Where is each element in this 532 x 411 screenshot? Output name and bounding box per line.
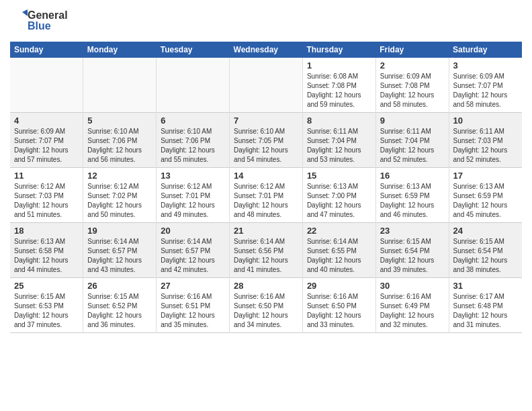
day-info: Sunrise: 6:09 AMSunset: 7:07 PMDaylight:… <box>14 127 79 165</box>
calendar-body: 1Sunrise: 6:08 AMSunset: 7:08 PMDaylight… <box>10 58 522 333</box>
weekday-header-wednesday: Wednesday <box>230 42 303 58</box>
calendar-cell: 14Sunrise: 6:12 AMSunset: 7:01 PMDayligh… <box>230 168 303 223</box>
calendar-cell: 19Sunrise: 6:14 AMSunset: 6:57 PMDayligh… <box>83 223 157 278</box>
calendar-cell <box>230 58 303 113</box>
calendar-cell: 13Sunrise: 6:12 AMSunset: 7:01 PMDayligh… <box>157 168 230 223</box>
calendar-cell: 9Sunrise: 6:11 AMSunset: 7:04 PMDaylight… <box>375 113 449 168</box>
calendar-week-4: 18Sunrise: 6:13 AMSunset: 6:58 PMDayligh… <box>10 223 522 278</box>
day-info: Sunrise: 6:15 AMSunset: 6:52 PMDaylight:… <box>87 292 152 330</box>
calendar-cell: 30Sunrise: 6:16 AMSunset: 6:49 PMDayligh… <box>375 278 449 333</box>
svg-text:General: General <box>28 9 68 21</box>
logo-svg: GeneralBlue <box>10 7 71 36</box>
day-number: 22 <box>307 226 371 236</box>
day-info: Sunrise: 6:13 AMSunset: 6:59 PMDaylight:… <box>380 182 445 220</box>
day-info: Sunrise: 6:09 AMSunset: 7:07 PMDaylight:… <box>453 72 518 109</box>
day-number: 24 <box>453 226 518 236</box>
day-number: 23 <box>380 226 445 236</box>
calendar-cell: 31Sunrise: 6:17 AMSunset: 6:48 PMDayligh… <box>449 278 522 333</box>
calendar-cell: 6Sunrise: 6:10 AMSunset: 7:06 PMDaylight… <box>157 113 230 168</box>
calendar-cell: 12Sunrise: 6:12 AMSunset: 7:02 PMDayligh… <box>83 168 157 223</box>
day-number: 1 <box>307 60 371 71</box>
calendar-header: SundayMondayTuesdayWednesdayThursdayFrid… <box>10 42 522 58</box>
day-info: Sunrise: 6:15 AMSunset: 6:54 PMDaylight:… <box>380 237 445 275</box>
day-number: 27 <box>161 281 225 291</box>
calendar-cell: 21Sunrise: 6:14 AMSunset: 6:56 PMDayligh… <box>230 223 303 278</box>
calendar-cell: 17Sunrise: 6:13 AMSunset: 6:59 PMDayligh… <box>449 168 522 223</box>
calendar-week-1: 1Sunrise: 6:08 AMSunset: 7:08 PMDaylight… <box>10 58 522 113</box>
calendar-cell: 3Sunrise: 6:09 AMSunset: 7:07 PMDaylight… <box>449 58 522 113</box>
calendar-cell: 27Sunrise: 6:16 AMSunset: 6:51 PMDayligh… <box>157 278 230 333</box>
day-info: Sunrise: 6:14 AMSunset: 6:57 PMDaylight:… <box>87 237 152 275</box>
day-info: Sunrise: 6:13 AMSunset: 6:59 PMDaylight:… <box>453 182 518 220</box>
day-number: 18 <box>14 226 79 236</box>
day-number: 14 <box>234 171 298 181</box>
day-info: Sunrise: 6:13 AMSunset: 6:58 PMDaylight:… <box>14 237 79 275</box>
logo: GeneralBlue <box>10 7 71 36</box>
day-info: Sunrise: 6:10 AMSunset: 7:06 PMDaylight:… <box>87 127 152 165</box>
calendar-cell: 15Sunrise: 6:13 AMSunset: 7:00 PMDayligh… <box>302 168 375 223</box>
day-info: Sunrise: 6:16 AMSunset: 6:51 PMDaylight:… <box>161 292 225 330</box>
day-info: Sunrise: 6:10 AMSunset: 7:05 PMDaylight:… <box>234 127 298 165</box>
calendar-cell: 10Sunrise: 6:11 AMSunset: 7:03 PMDayligh… <box>449 113 522 168</box>
day-number: 5 <box>87 116 152 126</box>
day-info: Sunrise: 6:14 AMSunset: 6:57 PMDaylight:… <box>161 237 225 275</box>
calendar-cell: 8Sunrise: 6:11 AMSunset: 7:04 PMDaylight… <box>302 113 375 168</box>
day-number: 25 <box>14 281 79 291</box>
calendar-cell: 29Sunrise: 6:16 AMSunset: 6:50 PMDayligh… <box>302 278 375 333</box>
calendar-cell: 5Sunrise: 6:10 AMSunset: 7:06 PMDaylight… <box>83 113 157 168</box>
day-number: 15 <box>307 171 371 181</box>
day-number: 19 <box>87 226 152 236</box>
day-number: 6 <box>161 116 225 126</box>
weekday-header-monday: Monday <box>83 42 157 58</box>
day-info: Sunrise: 6:17 AMSunset: 6:48 PMDaylight:… <box>453 292 518 330</box>
day-info: Sunrise: 6:11 AMSunset: 7:03 PMDaylight:… <box>453 127 518 165</box>
calendar-cell: 16Sunrise: 6:13 AMSunset: 6:59 PMDayligh… <box>375 168 449 223</box>
day-number: 12 <box>87 171 152 181</box>
day-info: Sunrise: 6:13 AMSunset: 7:00 PMDaylight:… <box>307 182 371 220</box>
day-info: Sunrise: 6:09 AMSunset: 7:08 PMDaylight:… <box>380 72 445 109</box>
calendar-cell: 22Sunrise: 6:14 AMSunset: 6:55 PMDayligh… <box>302 223 375 278</box>
calendar-cell <box>10 58 83 113</box>
day-number: 20 <box>161 226 225 236</box>
day-info: Sunrise: 6:11 AMSunset: 7:04 PMDaylight:… <box>380 127 445 165</box>
calendar-week-3: 11Sunrise: 6:12 AMSunset: 7:03 PMDayligh… <box>10 168 522 223</box>
day-number: 17 <box>453 171 518 181</box>
day-number: 16 <box>380 171 445 181</box>
calendar-cell: 23Sunrise: 6:15 AMSunset: 6:54 PMDayligh… <box>375 223 449 278</box>
calendar-cell: 1Sunrise: 6:08 AMSunset: 7:08 PMDaylight… <box>302 58 375 113</box>
day-info: Sunrise: 6:16 AMSunset: 6:50 PMDaylight:… <box>234 292 298 330</box>
calendar-cell: 26Sunrise: 6:15 AMSunset: 6:52 PMDayligh… <box>83 278 157 333</box>
calendar-cell: 24Sunrise: 6:15 AMSunset: 6:54 PMDayligh… <box>449 223 522 278</box>
weekday-header-sunday: Sunday <box>10 42 83 58</box>
calendar-cell: 7Sunrise: 6:10 AMSunset: 7:05 PMDaylight… <box>230 113 303 168</box>
day-info: Sunrise: 6:11 AMSunset: 7:04 PMDaylight:… <box>307 127 371 165</box>
day-info: Sunrise: 6:16 AMSunset: 6:50 PMDaylight:… <box>307 292 371 330</box>
calendar-cell: 11Sunrise: 6:12 AMSunset: 7:03 PMDayligh… <box>10 168 83 223</box>
calendar-cell: 4Sunrise: 6:09 AMSunset: 7:07 PMDaylight… <box>10 113 83 168</box>
day-info: Sunrise: 6:12 AMSunset: 7:01 PMDaylight:… <box>234 182 298 220</box>
day-info: Sunrise: 6:12 AMSunset: 7:03 PMDaylight:… <box>14 182 79 220</box>
calendar-week-2: 4Sunrise: 6:09 AMSunset: 7:07 PMDaylight… <box>10 113 522 168</box>
calendar-cell: 25Sunrise: 6:15 AMSunset: 6:53 PMDayligh… <box>10 278 83 333</box>
day-number: 3 <box>453 60 518 71</box>
svg-text:Blue: Blue <box>28 20 51 32</box>
weekday-header-tuesday: Tuesday <box>157 42 230 58</box>
weekday-header-saturday: Saturday <box>449 42 522 58</box>
day-info: Sunrise: 6:12 AMSunset: 7:02 PMDaylight:… <box>87 182 152 220</box>
day-number: 29 <box>307 281 371 291</box>
calendar-cell <box>83 58 157 113</box>
day-info: Sunrise: 6:15 AMSunset: 6:54 PMDaylight:… <box>453 237 518 275</box>
day-info: Sunrise: 6:12 AMSunset: 7:01 PMDaylight:… <box>161 182 225 220</box>
weekday-header-friday: Friday <box>375 42 449 58</box>
calendar-cell: 28Sunrise: 6:16 AMSunset: 6:50 PMDayligh… <box>230 278 303 333</box>
day-info: Sunrise: 6:14 AMSunset: 6:56 PMDaylight:… <box>234 237 298 275</box>
day-info: Sunrise: 6:08 AMSunset: 7:08 PMDaylight:… <box>307 72 371 109</box>
day-number: 11 <box>14 171 79 181</box>
day-number: 28 <box>234 281 298 291</box>
calendar-cell <box>157 58 230 113</box>
calendar-week-5: 25Sunrise: 6:15 AMSunset: 6:53 PMDayligh… <box>10 278 522 333</box>
day-number: 7 <box>234 116 298 126</box>
day-number: 4 <box>14 116 79 126</box>
day-number: 10 <box>453 116 518 126</box>
calendar-table: SundayMondayTuesdayWednesdayThursdayFrid… <box>10 42 522 333</box>
